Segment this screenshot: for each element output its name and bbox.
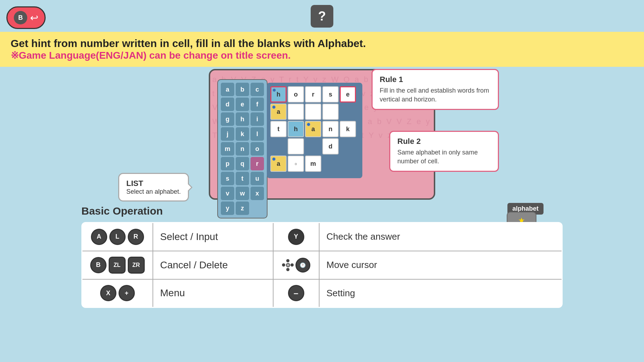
xplus-buttons-cell: X +: [82, 279, 153, 308]
cell-4-1[interactable]: o: [288, 156, 304, 172]
a-button[interactable]: A: [91, 229, 107, 245]
cell-2-2[interactable]: a: [305, 121, 321, 137]
cell-2-0[interactable]: t: [270, 121, 287, 137]
alpha-g[interactable]: g: [221, 112, 234, 126]
question-mark-icon: ?: [318, 9, 326, 24]
hint-banner: Get hint from number written in cell, fi…: [0, 32, 644, 67]
help-button[interactable]: ?: [311, 5, 333, 28]
zr-button[interactable]: ZR: [128, 257, 145, 274]
alpha-o[interactable]: o: [251, 142, 264, 156]
y-button[interactable]: Y: [288, 229, 304, 245]
cell-4-2[interactable]: m: [305, 156, 321, 172]
cell-3-3[interactable]: d: [322, 138, 339, 154]
alpha-d[interactable]: d: [221, 98, 234, 111]
dot-1-0: [272, 105, 276, 109]
alpha-f[interactable]: f: [251, 98, 264, 111]
alpha-h[interactable]: h: [236, 112, 249, 126]
cell-2-4[interactable]: k: [340, 121, 356, 137]
cell-0-0[interactable]: h: [270, 86, 287, 103]
select-input-label: Select / Input: [153, 223, 273, 251]
minus-button-group: –: [281, 285, 312, 301]
cell-0-1[interactable]: o: [288, 86, 304, 103]
y-button-cell: Y: [273, 223, 319, 251]
xplus-buttons: X +: [90, 285, 145, 301]
cell-3-0: [270, 138, 287, 154]
minus-button[interactable]: –: [288, 285, 304, 301]
alpha-w[interactable]: w: [236, 187, 249, 200]
alpha-t[interactable]: t: [236, 172, 249, 185]
cell-4-0[interactable]: a: [270, 156, 287, 172]
table-row: A L R Select / Input Y Check the answer: [82, 223, 562, 251]
hint-line2: ※Game Language(ENG/JAN) can be change on…: [11, 49, 633, 61]
cancel-delete-label: Cancel / Delete: [153, 251, 273, 279]
alpha-q[interactable]: q: [236, 157, 249, 170]
bzlzr-buttons-cell: B ZL ZR: [82, 251, 153, 279]
rule1-box: Rule 1 Fill in the cell and establish wo…: [372, 69, 499, 110]
cell-0-4[interactable]: e: [340, 86, 356, 103]
alr-buttons: A L R: [90, 229, 145, 245]
alr-buttons-cell: A L R: [82, 223, 153, 251]
back-arrow-icon: ↩: [30, 12, 38, 24]
rule2-box: Rule 2 Same alphabet in only same number…: [389, 131, 499, 172]
operation-table: A L R Select / Input Y Check the answer: [81, 222, 563, 308]
l-stick-button[interactable]: 🕐: [295, 258, 310, 273]
alpha-v[interactable]: v: [221, 187, 234, 200]
alpha-n[interactable]: n: [236, 142, 249, 156]
cell-1-1[interactable]: [288, 104, 304, 120]
cell-2-3[interactable]: n: [322, 121, 339, 137]
cell-0-2[interactable]: r: [305, 86, 321, 103]
alpha-p[interactable]: p: [221, 157, 234, 170]
alpha-x[interactable]: x: [251, 187, 264, 200]
plus-button[interactable]: +: [119, 285, 135, 301]
b-button[interactable]: B: [90, 257, 107, 273]
alpha-a[interactable]: a: [221, 83, 234, 96]
cell-1-2[interactable]: [305, 104, 321, 120]
alpha-r[interactable]: r: [251, 157, 264, 170]
back-button[interactable]: B ↩: [6, 6, 46, 29]
alpha-i[interactable]: i: [251, 112, 264, 126]
l-button[interactable]: L: [109, 229, 126, 245]
rule1-text: Fill in the cell and establish words fro…: [380, 86, 491, 104]
alpha-s[interactable]: s: [221, 172, 234, 185]
cell-3-4: [340, 138, 356, 154]
joystick-group: 🕐: [281, 258, 312, 273]
rule1-title: Rule 1: [380, 75, 491, 84]
cell-4-3: [322, 156, 339, 172]
minus-button-cell: –: [273, 279, 319, 308]
alpha-j[interactable]: j: [221, 127, 234, 141]
alpha-k[interactable]: k: [236, 127, 249, 141]
alpha-m[interactable]: m: [221, 142, 234, 156]
setting-label: Setting: [319, 279, 562, 308]
cell-2-1[interactable]: h: [288, 121, 304, 137]
cell-0-3[interactable]: s: [322, 86, 339, 103]
table-row: B ZL ZR Cancel / Delete: [82, 251, 562, 279]
cell-1-0[interactable]: a: [270, 104, 287, 120]
cell-1-4: [340, 104, 356, 120]
joystick-dots-icon: [282, 259, 294, 271]
dot-2-2: [307, 123, 310, 126]
alpha-e[interactable]: e: [236, 98, 249, 111]
bzlzr-buttons: B ZL ZR: [90, 257, 145, 274]
cell-3-1[interactable]: [288, 138, 304, 154]
crossword-area: h o r s e a t h a n k: [267, 83, 362, 178]
move-cursor-label: Move cursor: [319, 251, 562, 279]
table-row: X + Menu – Setting: [82, 279, 562, 308]
alphabet-grid: a b c d e f g h i j k l m n o p q r s t …: [217, 79, 268, 218]
rule2-text: Same alphabet in only same number of cel…: [397, 148, 491, 166]
cell-1-3[interactable]: [322, 104, 339, 120]
list-subtitle: Select an alphabet.: [126, 188, 181, 195]
alpha-l[interactable]: l: [251, 127, 264, 141]
alpha-b[interactable]: b: [236, 83, 249, 96]
alpha-u[interactable]: u: [251, 172, 264, 185]
crossword-grid: h o r s e a t h a n k: [270, 86, 359, 172]
basic-operation-title: Basic Operation: [81, 205, 563, 217]
x-button[interactable]: X: [100, 285, 116, 301]
zl-button[interactable]: ZL: [109, 257, 126, 274]
cell-4-4: [340, 156, 356, 172]
y-button-group: Y: [281, 229, 312, 245]
list-bubble: LIST Select an alphabet.: [118, 173, 189, 202]
r-button[interactable]: R: [128, 229, 144, 245]
alpha-c[interactable]: c: [251, 83, 264, 96]
list-title: LIST: [126, 179, 181, 188]
cell-3-2: [305, 138, 321, 154]
